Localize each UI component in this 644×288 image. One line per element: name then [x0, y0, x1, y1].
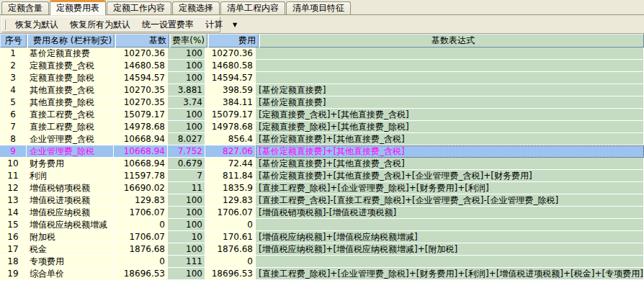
cell-name[interactable]: 其他直接费_除税: [27, 96, 114, 109]
cell-expr[interactable]: [基价定额直接费]: [256, 96, 644, 109]
toolbar-grip-icon[interactable]: [4, 19, 6, 30]
table-row[interactable]: 5其他直接费_除税10270.353.74384.11[基价定额直接费]: [0, 96, 644, 109]
cell-name[interactable]: 其他直接费_含税: [27, 84, 114, 96]
cell-name[interactable]: 附加税: [27, 231, 114, 243]
cell-rate[interactable]: 100: [168, 109, 205, 121]
cell-expr[interactable]: [定额直接费_含税]+[其他直接费_含税]: [256, 109, 644, 121]
cell-no[interactable]: 18: [0, 256, 27, 268]
cell-fee[interactable]: 170.61: [205, 231, 256, 243]
cell-no[interactable]: 6: [0, 109, 27, 121]
cell-base[interactable]: 15079.17: [114, 109, 168, 121]
cell-no[interactable]: 2: [0, 60, 27, 72]
cell-base[interactable]: 10668.94: [114, 158, 168, 170]
table-row[interactable]: 16附加税1706.0710170.61[增值税应纳税额]+[增值税应纳税额增减…: [0, 231, 644, 243]
cell-name[interactable]: 企业管理费_除税: [27, 145, 114, 158]
tab-1[interactable]: 定额含量: [1, 1, 49, 14]
cell-fee[interactable]: 14978.68: [205, 121, 256, 133]
cell-rate[interactable]: 7: [168, 170, 205, 182]
cell-no[interactable]: 3: [0, 72, 27, 84]
cell-rate[interactable]: 8.027: [168, 133, 205, 145]
table-row[interactable]: 11利润11597.787811.84[基价定额直接费]+[其他直接费_含税]+…: [0, 170, 644, 182]
cell-base[interactable]: 1876.68: [114, 243, 168, 256]
cell-no[interactable]: 15: [0, 219, 27, 231]
cell-expr[interactable]: [定额直接费_除税]+[其他直接费_除税]: [256, 121, 644, 133]
cell-name[interactable]: 基价定额直接费: [27, 48, 114, 60]
cell-base[interactable]: 10668.94: [114, 145, 168, 158]
cell-no[interactable]: 4: [0, 84, 27, 96]
cell-rate[interactable]: 7.752: [168, 145, 205, 158]
cell-name[interactable]: 增值税销项税额: [27, 182, 114, 194]
cell-expr[interactable]: [增值税销项税额]-[增值税进项税额]: [256, 207, 644, 219]
table-row[interactable]: 1基价定额直接费10270.3610010270.36: [0, 48, 644, 60]
cell-expr[interactable]: [直接工程费_除税]+[企业管理费_除税]+[财务费用]+[利润]: [256, 182, 644, 194]
cell-fee[interactable]: 18696.53: [205, 268, 256, 280]
cell-name[interactable]: 企业管理费_含税: [27, 133, 114, 145]
cell-fee[interactable]: 14594.57: [205, 72, 256, 84]
table-row[interactable]: 12增值税销项税额16690.02111835.9[直接工程费_除税]+[企业管…: [0, 182, 644, 194]
cell-fee[interactable]: 0: [205, 256, 256, 268]
cell-expr[interactable]: [基价定额直接费]: [256, 84, 644, 96]
cell-name[interactable]: 增值税应纳税额: [27, 207, 114, 219]
cell-base[interactable]: 10270.35: [114, 96, 168, 109]
cell-base[interactable]: 16690.02: [114, 182, 168, 194]
cell-fee[interactable]: 856.4: [205, 133, 256, 145]
cell-no[interactable]: 9: [0, 145, 27, 158]
cell-fee[interactable]: 15079.17: [205, 109, 256, 121]
cell-rate[interactable]: 100: [168, 219, 205, 231]
column-header-5[interactable]: 基数表达式: [259, 34, 644, 48]
table-row[interactable]: 13增值税进项税额129.83100129.83[直接工程费_含税]-[直接工程…: [0, 194, 644, 207]
column-header-4[interactable]: 费用: [208, 34, 259, 48]
cell-rate[interactable]: 100: [168, 72, 205, 84]
cell-base[interactable]: 14680.58: [114, 60, 168, 72]
table-row[interactable]: 4其他直接费_含税10270.353.881398.59[基价定额直接费]: [0, 84, 644, 96]
cell-expr[interactable]: [基价定额直接费]+[其他直接费_含税]: [256, 145, 644, 158]
cell-base[interactable]: 18696.53: [114, 268, 168, 280]
cell-rate[interactable]: 100: [168, 121, 205, 133]
tab-6[interactable]: 清单项目特征: [286, 1, 351, 14]
cell-rate[interactable]: 11: [168, 182, 205, 194]
cell-rate[interactable]: 100: [168, 48, 205, 60]
cell-no[interactable]: 19: [0, 268, 27, 280]
cell-base[interactable]: 0: [114, 219, 168, 231]
cell-fee[interactable]: 1706.07: [205, 207, 256, 219]
cell-no[interactable]: 13: [0, 194, 27, 207]
cell-base[interactable]: 14594.57: [114, 72, 168, 84]
cell-fee[interactable]: 811.84: [205, 170, 256, 182]
cell-rate[interactable]: 3.881: [168, 84, 205, 96]
cell-base[interactable]: 10270.35: [114, 84, 168, 96]
cell-base[interactable]: 14978.68: [114, 121, 168, 133]
cell-expr[interactable]: [基价定额直接费]+[其他直接费_含税]: [256, 158, 644, 170]
table-row[interactable]: 19综合单价18696.5310018696.53[直接工程费_除税]+[企业管…: [0, 268, 644, 280]
cell-expr[interactable]: [增值税应纳税额]+[增值税应纳税额增减]+[附加税]: [256, 243, 644, 256]
cell-expr[interactable]: [直接工程费_除税]+[企业管理费_除税]+[财务费用]+[利润]+[增值税进项…: [256, 268, 644, 280]
cell-fee[interactable]: 398.59: [205, 84, 256, 96]
cell-expr[interactable]: [256, 256, 644, 268]
toolbar-overflow-chevron-icon[interactable]: ▼: [230, 22, 240, 28]
table-row[interactable]: 8企业管理费_含税10668.948.027856.4[基价定额直接费]+[其他…: [0, 133, 644, 145]
cell-fee[interactable]: 0: [205, 219, 256, 231]
cell-expr[interactable]: [基价定额直接费]+[其他直接费_含税]+[企业管理费_含税]+[财务费用]: [256, 170, 644, 182]
cell-rate[interactable]: 111: [168, 256, 205, 268]
cell-base[interactable]: 10668.94: [114, 133, 168, 145]
cell-name[interactable]: 直接工程费_含税: [27, 109, 114, 121]
column-header-1[interactable]: 费用名称 (栏杆制安): [27, 34, 115, 48]
table-row[interactable]: 7直接工程费_除税14978.6810014978.68[定额直接费_除税]+[…: [0, 121, 644, 133]
cell-name[interactable]: 增值税进项税额: [27, 194, 114, 207]
cell-name[interactable]: 定额直接费_含税: [27, 60, 114, 72]
tab-3[interactable]: 定额工作内容: [107, 1, 171, 14]
cell-base[interactable]: 0: [114, 256, 168, 268]
column-header-3[interactable]: 费率(%): [170, 34, 207, 48]
table-row[interactable]: 6直接工程费_含税15079.1710015079.17[定额直接费_含税]+[…: [0, 109, 644, 121]
cell-rate[interactable]: 100: [168, 268, 205, 280]
cell-expr[interactable]: [256, 72, 644, 84]
cell-name[interactable]: 直接工程费_除税: [27, 121, 114, 133]
column-header-2[interactable]: 基数: [115, 34, 169, 48]
cell-no[interactable]: 12: [0, 182, 27, 194]
cell-rate[interactable]: 100: [168, 207, 205, 219]
table-row[interactable]: 15增值税应纳税额增减01000: [0, 219, 644, 231]
cell-rate[interactable]: 100: [168, 60, 205, 72]
cell-fee[interactable]: 384.11: [205, 96, 256, 109]
cell-rate[interactable]: 0.679: [168, 158, 205, 170]
tab-4[interactable]: 定额选择: [172, 1, 220, 14]
toolbar-button-3[interactable]: 统一设置费率: [137, 17, 199, 32]
